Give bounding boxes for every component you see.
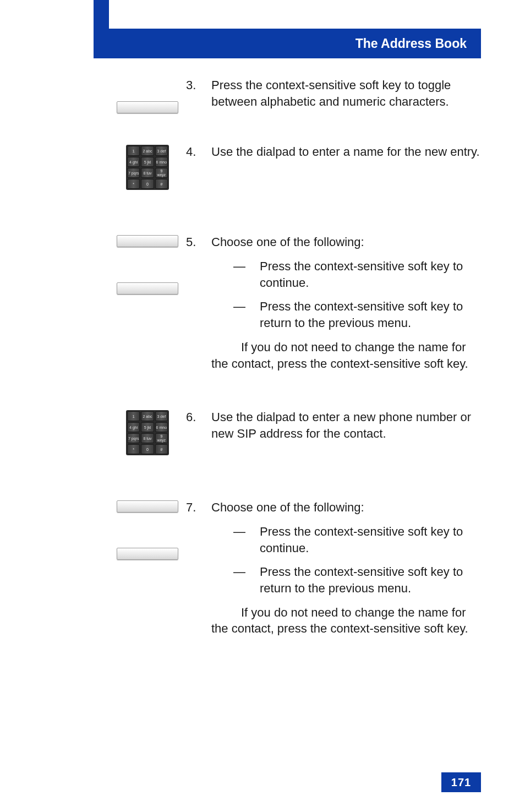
dialpad-key: 3 def	[155, 146, 168, 156]
step-5-option-a: — Press the context-sensitive soft key t…	[233, 258, 481, 291]
step-3-text-a: Press the	[211, 78, 266, 92]
page-number: 171	[441, 772, 481, 792]
dialpad-key: 4 ghi	[127, 422, 140, 432]
dialpad-key: 4 ghi	[127, 157, 140, 167]
step-number: 6.	[186, 409, 207, 426]
dash-icon: —	[233, 524, 249, 540]
dialpad-key: 2 abc	[141, 411, 154, 421]
step-5-intro: Choose one of the following:	[211, 235, 364, 249]
chapter-header: The Address Book	[109, 29, 481, 58]
step-6-row: 1 2 abc 3 def 4 ghi 5 jkl 6 mno 7 pqrs 8…	[109, 409, 481, 455]
step-7: 7. Choose one of the following: — Press …	[186, 499, 481, 637]
step-7-a-pre: Press the	[260, 525, 314, 538]
dash-icon: —	[233, 258, 249, 275]
dialpad-key: 8 tuv	[141, 168, 154, 178]
step-7-tip-b: context-sensitive soft key.	[330, 622, 468, 635]
dialpad-icon: 1 2 abc 3 def 4 ghi 5 jkl 6 mno 7 pqrs 8…	[126, 410, 169, 455]
dialpad-key: *	[127, 179, 140, 189]
step-4-text: Use the dialpad to enter a name for the …	[211, 145, 480, 159]
step-5-tip-b: context-sensitive soft key.	[330, 357, 468, 370]
step-4-row: 1 2 abc 3 def 4 ghi 5 jkl 6 mno 7 pqrs 8…	[109, 144, 481, 190]
softkey-button-icon	[117, 548, 178, 560]
dialpad-key: 6 mno	[155, 157, 168, 167]
step-number: 4.	[186, 144, 207, 160]
dialpad-key: 0	[141, 179, 154, 189]
step-5-tip: If you do not need to change the name fo…	[211, 339, 481, 372]
step-5-a-pre: Press the	[260, 259, 314, 273]
dialpad-key: 5 jkl	[141, 157, 154, 167]
dialpad-key: *	[127, 444, 140, 454]
step-5-b-pre: Press the	[260, 299, 314, 313]
dialpad-key: 8 tuv	[141, 433, 154, 443]
step-3: 3. Press the context-sensitive soft key …	[186, 77, 481, 110]
step-6-text: Use the dialpad to enter a new phone num…	[211, 410, 471, 440]
dialpad-key: 7 pqrs	[127, 433, 140, 443]
dialpad-key: 1	[127, 146, 140, 156]
step-5-option-b: — Press the context-sensitive soft key t…	[233, 298, 481, 331]
step-7-option-a: — Press the context-sensitive soft key t…	[233, 524, 481, 556]
dialpad-key: 3 def	[155, 411, 168, 421]
dialpad-icon: 1 2 abc 3 def 4 ghi 5 jkl 6 mno 7 pqrs 8…	[126, 145, 169, 190]
step-7-row: 7. Choose one of the following: — Press …	[109, 499, 481, 641]
dialpad-key: 6 mno	[155, 422, 168, 432]
content-area: 3. Press the context-sensitive soft key …	[109, 77, 481, 757]
dialpad-key: 9 wxyz	[155, 433, 168, 443]
softkey-button-icon	[117, 101, 178, 113]
step-number: 3.	[186, 77, 207, 94]
step-7-tip: If you do not need to change the name fo…	[211, 604, 481, 637]
page: The Address Book 3. Press the context-se…	[0, 0, 525, 812]
dialpad-key: 7 pqrs	[127, 168, 140, 178]
step-5: 5. Choose one of the following: — Press …	[186, 234, 481, 372]
dialpad-key: 9 wxyz	[155, 168, 168, 178]
step-3-row: 3. Press the context-sensitive soft key …	[109, 77, 481, 114]
step-5-row: 5. Choose one of the following: — Press …	[109, 234, 481, 376]
dash-icon: —	[233, 564, 249, 580]
step-number: 7.	[186, 499, 207, 516]
step-4: 4. Use the dialpad to enter a name for t…	[186, 144, 481, 160]
dialpad-key: 1	[127, 411, 140, 421]
softkey-button-icon	[117, 282, 178, 295]
step-7-b-pre: Press the	[260, 565, 314, 579]
dash-icon: —	[233, 298, 249, 315]
dialpad-key: 0	[141, 444, 154, 454]
dialpad-key: #	[155, 444, 168, 454]
dialpad-key: 2 abc	[141, 146, 154, 156]
softkey-button-icon	[117, 235, 178, 247]
step-number: 5.	[186, 234, 207, 250]
step-6: 6. Use the dialpad to enter a new phone …	[186, 409, 481, 442]
softkey-button-icon	[117, 500, 178, 513]
dialpad-key: 5 jkl	[141, 422, 154, 432]
dialpad-key: #	[155, 179, 168, 189]
chapter-title: The Address Book	[356, 36, 467, 51]
page-number-value: 171	[451, 776, 471, 789]
step-7-intro: Choose one of the following:	[211, 500, 364, 514]
header-left-strip	[94, 0, 109, 58]
step-7-option-b: — Press the context-sensitive soft key t…	[233, 564, 481, 596]
